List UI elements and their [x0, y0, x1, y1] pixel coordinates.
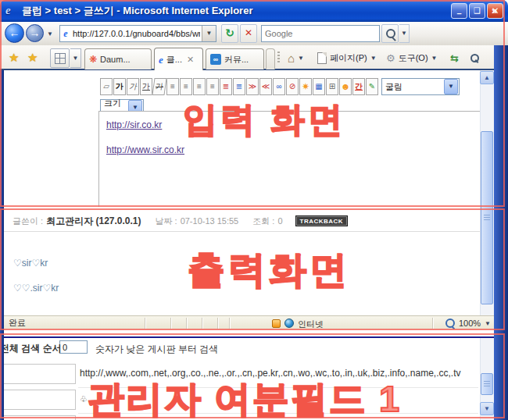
sync-icon: ⇆ [450, 52, 459, 64]
tab-club-active[interactable]: e 클... ✕ [154, 48, 203, 70]
add-favorite-icon[interactable]: ★ [27, 51, 38, 65]
indent-icon[interactable]: ≫ [246, 78, 259, 95]
zoom-icon[interactable] [445, 319, 455, 328]
unordered-list-icon[interactable]: ≣ [233, 78, 245, 95]
status-text: 완료 [9, 317, 26, 329]
favorites-star-icon[interactable]: ★ [9, 51, 19, 65]
home-button[interactable]: ⌂ ▼ [284, 48, 307, 68]
tab-community[interactable]: ∞ 커뮤... [206, 48, 264, 69]
editor-link-1[interactable]: http://sir.co.kr [106, 119, 162, 130]
window-border-right [494, 45, 508, 420]
admin-label-cell [2, 364, 76, 384]
address-dropdown-icon[interactable]: ▼ [202, 26, 216, 41]
stop-button[interactable]: ✕ [240, 24, 257, 43]
search-order-input[interactable] [59, 340, 88, 354]
italic-button[interactable]: 가 [127, 78, 139, 95]
link-icon[interactable]: ∞ [273, 78, 285, 95]
align-center-icon[interactable]: ≡ [180, 78, 192, 95]
align-left-icon[interactable]: ≡ [166, 78, 179, 95]
admin-label-cell [2, 415, 76, 420]
underline-button[interactable]: 가 [140, 78, 152, 95]
page-icon [317, 52, 327, 64]
scrollbar-thumb[interactable] [481, 373, 493, 395]
scrollbar-grip [484, 215, 490, 220]
tab-close-icon[interactable]: ✕ [187, 55, 194, 65]
history-dropdown-icon[interactable]: ▼ [47, 30, 53, 37]
zoom-dropdown-icon[interactable]: ▼ [485, 320, 491, 327]
gear-icon: ⚙ [386, 52, 395, 64]
scrollbar-grip [484, 381, 490, 386]
search-button[interactable] [381, 24, 399, 43]
font-color-button[interactable]: 간 [352, 78, 365, 95]
toolbar-drag-handle[interactable] [277, 52, 280, 64]
quick-tabs-dropdown-icon[interactable]: ▼ [70, 48, 81, 68]
address-input[interactable] [71, 27, 202, 41]
forward-button[interactable]: → [26, 24, 44, 42]
navigation-bar: ← → ▼ e ▼ ↻ ✕ ▼ [0, 22, 508, 46]
daum-icon: ❋ [89, 54, 97, 65]
search-input[interactable] [262, 27, 379, 41]
tools-menu-button[interactable]: ⚙ 도구(O) ▼ [383, 48, 440, 68]
admin-label-cell [2, 390, 76, 410]
zoom-level[interactable]: 100% [459, 319, 481, 328]
tab-label: 커뮤... [224, 54, 249, 66]
table-icon[interactable]: ⊞ [326, 78, 338, 95]
toolbar-overflow-icon[interactable]: » [492, 5, 497, 16]
status-bar: 완료 인터넷 100% ▼ [4, 315, 494, 329]
font-family-value: 굴림 [382, 81, 443, 93]
tab-label: Daum... [100, 55, 131, 64]
outdent-icon[interactable]: ≪ [259, 78, 272, 95]
address-bar[interactable]: e ▼ [59, 25, 216, 42]
font-family-select[interactable]: 굴림 ▼ [381, 78, 460, 95]
align-right-icon[interactable]: ≡ [193, 78, 206, 95]
quick-tabs-grid-icon [55, 53, 66, 64]
scrollbar-down-button[interactable]: ▼ [480, 402, 494, 415]
unlink-icon[interactable]: ⊘ [286, 78, 299, 95]
search-icon [386, 29, 395, 38]
security-zone-label: 인터넷 [298, 319, 324, 330]
author-label: 글쓴이 : [13, 215, 43, 227]
sync-button[interactable]: ⇆ [447, 48, 462, 68]
page-menu-button[interactable]: 페이지(P) ▼ [314, 48, 380, 68]
tab-daum[interactable]: ❋ Daum... [84, 48, 152, 69]
search-options-icon[interactable]: ▼ [399, 24, 410, 43]
eraser-icon[interactable]: ▱ [100, 78, 113, 95]
window-border-left [0, 70, 4, 420]
minimize-button[interactable]: – [451, 3, 467, 19]
maximize-button[interactable]: ❑ [469, 3, 485, 19]
window-title: 클럽 > test > 글쓰기 - Microsoft Internet Exp… [22, 0, 252, 22]
justify-icon[interactable]: ≡ [206, 78, 219, 95]
scrollbar-thumb[interactable] [481, 131, 493, 304]
url-filter-value: http://,www,.com,.net,.org,.co.,.ne.,.or… [80, 368, 477, 379]
home-icon: ⌂ [288, 52, 295, 65]
research-icon [470, 53, 480, 64]
strikethrough-button[interactable]: 가 [152, 78, 166, 95]
tab-label: 클... [166, 54, 182, 66]
admin-section-border [4, 336, 494, 338]
globe-icon [284, 319, 294, 328]
protected-mode-icon [272, 319, 281, 328]
editor-toolbar: ▱ 가 가 가 가 ≡ ≡ ≡ ≡ ≣ ≣ ≫ ≪ ∞ ⊘ ✷ ▦ ⊞ ☻ 간 … [100, 78, 460, 97]
research-button[interactable] [467, 48, 483, 68]
editor-link-2[interactable]: http://www.sir.co.kr [106, 144, 184, 155]
back-button[interactable]: ← [5, 23, 24, 43]
emoticon-icon[interactable]: ☻ [339, 78, 352, 95]
views-value: 0 [277, 216, 282, 226]
quick-tabs-button[interactable] [50, 48, 70, 68]
output-link-2[interactable]: ♡♡.sir♡kr [13, 283, 59, 294]
chevron-down-icon: ▼ [431, 55, 438, 62]
image-icon[interactable]: ▦ [313, 78, 325, 95]
refresh-button[interactable]: ↻ [221, 24, 238, 43]
chevron-down-icon: ▼ [298, 55, 304, 62]
scrollbar-up-button[interactable]: ▲ [480, 71, 494, 84]
ie-logo-icon: e [5, 4, 19, 17]
bold-button[interactable]: 가 [113, 78, 126, 95]
output-link-1[interactable]: ♡sir♡kr [13, 258, 48, 269]
search-box[interactable] [261, 25, 380, 42]
trackback-badge[interactable]: TRACKBACK [295, 215, 349, 226]
ordered-list-icon[interactable]: ≣ [220, 78, 232, 95]
html-edit-icon[interactable]: ✎ [366, 78, 378, 95]
new-tab-stub[interactable] [266, 48, 275, 69]
special-char-icon[interactable]: ✷ [299, 78, 312, 95]
community-icon: ∞ [210, 54, 221, 65]
